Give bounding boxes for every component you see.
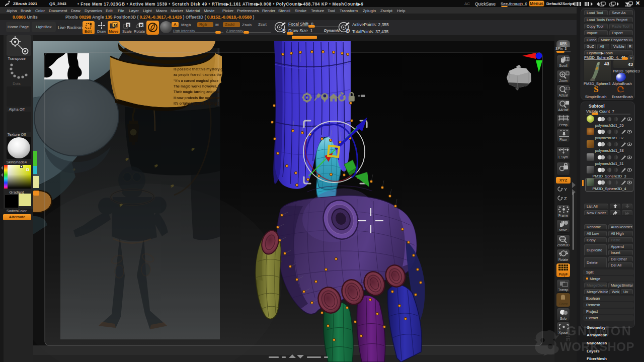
svg-text:R: R <box>140 23 143 28</box>
svg-text:S: S <box>127 23 130 28</box>
svg-text:it now protects the mothe se: it now protects the mothe se <box>174 96 220 100</box>
svg-text:1:1: 1:1 <box>566 86 571 90</box>
svg-text:S: S <box>282 28 286 34</box>
svg-text:Y: Y <box>564 187 567 192</box>
svg-text:as people feared it across the: as people feared it across the <box>174 73 222 77</box>
svg-text:M: M <box>114 23 117 28</box>
svg-text:“It’s a cursed magical place: “It’s a cursed magical place <box>174 79 219 83</box>
svg-text:it’s original goal of leading: it’s original goal of leading t <box>174 102 219 106</box>
svg-text:is possible that this mystery: is possible that this mystery g <box>174 67 222 71</box>
svg-text:Z: Z <box>564 196 567 201</box>
svg-text:D: D <box>346 28 350 34</box>
svg-text:Their magic turning and rew: Their magic turning and rew <box>174 90 220 94</box>
svg-text:The magic works however, a: The magic works however, a <box>174 84 220 88</box>
